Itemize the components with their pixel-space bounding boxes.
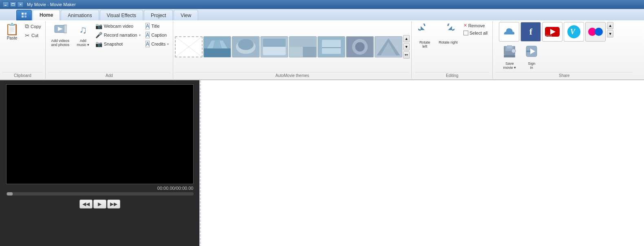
remove-selectall-col: ✕ Remove Select all [462, 22, 490, 36]
timeline-thumb[interactable] [7, 192, 13, 195]
video-preview [6, 84, 194, 184]
main-area: 00:00.00/00:00.00 ◀◀ ▶ ▶▶ Click here to … [0, 80, 644, 246]
app-title: My Movie - Movie Maker [27, 2, 76, 7]
title-bar: 🗕 🗖 ✕ My Movie - Movie Maker [0, 0, 644, 9]
title-button[interactable]: A Title [144, 22, 171, 30]
rotate-left-icon [418, 24, 431, 40]
tab-project[interactable]: Project [144, 10, 173, 20]
svg-point-51 [512, 49, 516, 53]
webcam-icon: 📷 [95, 23, 102, 29]
record-narration-button[interactable]: 🎤 Record narration ▾ [94, 31, 142, 39]
save-movie-icon [502, 44, 517, 61]
tab-visual-effects[interactable]: Visual Effects [100, 10, 143, 20]
add-label: Add [48, 72, 170, 78]
music-icon: ♫ [77, 24, 89, 38]
minimize-button[interactable]: 🗕 [2, 2, 9, 7]
snapshot-button[interactable]: 📷 Snapshot [94, 40, 142, 48]
checkbox-icon [463, 31, 468, 35]
rotate-left-button[interactable]: Rotateleft [415, 22, 434, 50]
svg-point-46 [595, 28, 603, 36]
select-all-button[interactable]: Select all [462, 30, 490, 36]
theme-scroll [175, 36, 402, 57]
tab-view[interactable]: View [174, 10, 198, 20]
theme-scroll-up[interactable]: ▲ [403, 35, 410, 42]
svg-rect-49 [507, 45, 512, 48]
svg-rect-2 [22, 15, 24, 18]
svg-rect-27 [303, 47, 316, 57]
tab-bar: Home Animations Visual Effects Project V… [0, 9, 644, 20]
svg-rect-29 [322, 40, 341, 54]
theme-5[interactable] [318, 36, 345, 57]
theme-1[interactable] [203, 36, 231, 57]
svg-rect-9 [66, 26, 66, 32]
svg-rect-8 [65, 26, 65, 32]
copy-button[interactable]: ⧉ Copy [23, 22, 43, 31]
caption-button[interactable]: A Caption [144, 31, 171, 39]
save-movie-button[interactable]: Savemovie ▾ [499, 43, 520, 71]
cut-button[interactable]: ✂ Cut [23, 31, 43, 40]
svg-text:♫: ♫ [79, 24, 87, 36]
rotate-right-icon [441, 24, 454, 40]
title-icon: A [146, 23, 150, 29]
camera-icon: 📷 [95, 41, 102, 47]
onedrive-button[interactable] [499, 22, 519, 42]
theme-scroll-down[interactable]: ▼ [403, 43, 410, 51]
facebook-button[interactable]: f [520, 22, 541, 42]
svg-text:Tube: Tube [551, 34, 559, 37]
caption-icon: A [146, 32, 150, 38]
maximize-button[interactable]: 🗖 [10, 2, 16, 7]
tab-home[interactable]: Home [33, 10, 60, 20]
theme-none[interactable] [175, 36, 203, 57]
add-music-button[interactable]: ♫ Addmusic ▾ [74, 22, 92, 48]
title-bar-controls[interactable]: 🗕 🗖 ✕ [2, 2, 24, 7]
play-button[interactable]: ▶ [93, 200, 106, 209]
svg-point-33 [355, 42, 365, 51]
svg-text:V: V [570, 28, 576, 36]
close-button[interactable]: ✕ [17, 2, 24, 7]
theme-4[interactable] [289, 36, 317, 57]
forward-button[interactable]: ▶▶ [107, 200, 120, 209]
theme-scroll-more[interactable]: ▾▾ [403, 51, 410, 59]
svg-rect-50 [504, 55, 515, 57]
rewind-button[interactable]: ◀◀ [79, 200, 93, 209]
svg-text:You: You [546, 34, 552, 37]
theme-7[interactable] [375, 36, 402, 57]
credits-button[interactable]: A Credits ▾ [144, 40, 171, 48]
ribbon-content: 📋 Paste ⧉ Copy ✂ Cut Clipboard [0, 20, 644, 80]
text-buttons: A Title A Caption A Credits ▾ [144, 22, 171, 48]
timeline-bar[interactable] [6, 192, 194, 195]
theme-scroll-arrows: ▲ ▼ ▾▾ [403, 35, 410, 59]
tab-animations[interactable]: Animations [61, 10, 99, 20]
rotate-right-button[interactable]: Rotate right [437, 22, 459, 46]
remove-button[interactable]: ✕ Remove [462, 22, 490, 29]
sign-in-button[interactable]: Signin [521, 43, 542, 71]
theme-2[interactable] [232, 36, 260, 57]
paste-button[interactable]: 📋 Paste [2, 22, 22, 42]
storyboard-area[interactable]: Click here to browse for videos and phot… [200, 80, 644, 246]
editing-group: Rotateleft Rotate right ✕ Remove [412, 21, 493, 79]
add-videos-button[interactable]: Add videosand photos [48, 22, 73, 48]
share-label: Share [495, 72, 633, 78]
add-videos-icon [54, 24, 67, 38]
youtube-button[interactable]: YouTube [542, 22, 562, 42]
svg-rect-0 [22, 13, 24, 15]
flickr-button[interactable] [585, 22, 606, 42]
share-scroll-down[interactable]: ▼ [607, 30, 613, 37]
svg-rect-1 [24, 13, 26, 15]
credits-arrow: ▾ [167, 42, 169, 46]
svg-point-19 [238, 39, 254, 50]
theme-6[interactable] [346, 36, 374, 57]
vimeo-button[interactable]: V [564, 22, 584, 42]
svg-rect-54 [526, 51, 530, 52]
webcam-video-button[interactable]: 📷 Webcam video [94, 22, 142, 30]
svg-marker-38 [448, 26, 452, 30]
svg-rect-25 [289, 37, 316, 47]
sign-in-icon [525, 44, 538, 61]
app-menu-button[interactable] [16, 10, 32, 20]
clipboard-label: Clipboard [2, 72, 43, 78]
svg-rect-14 [204, 48, 230, 57]
add-group: Add videosand photos ♫ Addmusic ▾ 📷 Webc… [46, 21, 173, 79]
share-scroll-up[interactable]: ▲ [607, 22, 613, 29]
theme-3[interactable] [260, 36, 288, 57]
ribbon: Home Animations Visual Effects Project V… [0, 9, 644, 80]
